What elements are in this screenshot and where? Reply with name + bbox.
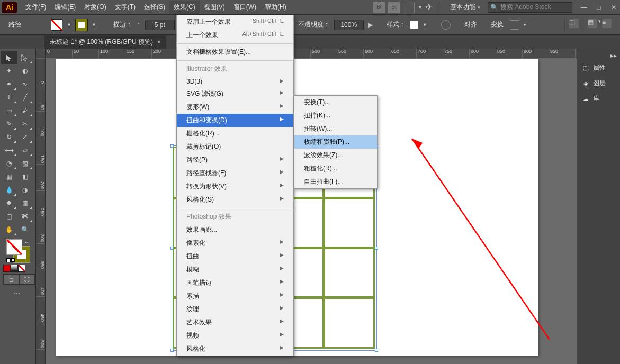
close-tab-icon[interactable]: ×	[157, 39, 161, 46]
blend-tool[interactable]: ◑	[17, 183, 33, 196]
free-transform-tool[interactable]: ▱	[17, 143, 33, 157]
menu-distort-ps[interactable]: 扭曲▶	[177, 250, 293, 263]
paintbrush-tool[interactable]: 🖌	[17, 104, 33, 117]
color-mode-solid[interactable]	[3, 265, 11, 272]
pen-tool[interactable]: ✒	[1, 77, 17, 90]
submenu-twist[interactable]: 扭转(W)...	[294, 122, 377, 135]
submenu-roughen[interactable]: 粗糙化(R)...	[294, 162, 377, 175]
menu-3d[interactable]: 3D(3)▶	[177, 76, 293, 87]
stroke-weight-field[interactable]: 5 pt	[145, 20, 175, 30]
scale-tool[interactable]: ⤢	[17, 130, 33, 143]
menu-view[interactable]: 视图(V)	[200, 1, 229, 14]
menu-apply-last-effect[interactable]: 应用上一个效果Shift+Ctrl+E	[177, 15, 293, 29]
slice-tool[interactable]: ✀	[17, 210, 33, 223]
opacity-field[interactable]: 100%	[334, 20, 364, 30]
width-tool[interactable]: ⟷	[1, 143, 17, 157]
search-input[interactable]: 🔍 搜索 Adobe Stock	[488, 2, 572, 13]
submenu-transform[interactable]: 变换(T)...	[294, 96, 377, 109]
collapse-dock-icon[interactable]: ▸▸	[577, 51, 620, 60]
rotate-tool[interactable]: ↻	[1, 130, 17, 143]
rectangle-tool[interactable]: ▭	[1, 104, 17, 117]
perspective-tool[interactable]: ▨	[17, 157, 33, 170]
menu-pathfinder[interactable]: 路径查找器(F)▶	[177, 167, 293, 180]
swap-fill-stroke-icon[interactable]: ↔	[24, 239, 30, 245]
panel-menu-icon[interactable]: ≡	[602, 19, 612, 28]
menu-select[interactable]: 选择(S)	[140, 1, 169, 14]
ruler-horizontal[interactable]: 0501001502002503003504004505005506006507…	[46, 49, 577, 58]
opacity-arrow-icon[interactable]: ▶	[368, 21, 373, 29]
menu-rasterize[interactable]: 栅格化(R)...	[177, 127, 293, 140]
eraser-tool[interactable]: ✂	[17, 117, 33, 130]
workspace-switcher[interactable]: 基本功能▾	[446, 2, 484, 13]
submenu-tweak[interactable]: 扭拧(K)...	[294, 109, 377, 122]
curvature-tool[interactable]: ∿	[17, 77, 33, 90]
artboard-tool[interactable]: ▢	[1, 210, 17, 223]
symbol-sprayer-tool[interactable]: ✱	[1, 196, 17, 210]
menu-edit[interactable]: 编辑(E)	[50, 1, 80, 14]
color-mode-gradient[interactable]	[11, 265, 18, 272]
transform-label[interactable]: 变换	[491, 20, 504, 29]
mesh-tool[interactable]: ▦	[1, 170, 17, 183]
menu-crop-marks[interactable]: 裁剪标记(O)	[177, 140, 293, 153]
selection-tool[interactable]	[1, 51, 17, 64]
menu-warp[interactable]: 变形(W)▶	[177, 101, 293, 114]
menu-svg-filters[interactable]: SVG 滤镜(G)▶	[177, 87, 293, 101]
submenu-zigzag[interactable]: 波纹效果(Z)...	[294, 149, 377, 162]
menu-pixelate[interactable]: 像素化▶	[177, 236, 293, 250]
maximize-button[interactable]: □	[595, 4, 603, 11]
stepper-down-icon[interactable]: ⌃	[137, 22, 141, 28]
menu-doc-raster-settings[interactable]: 文档栅格效果设置(E)...	[177, 46, 293, 59]
type-tool[interactable]: T	[1, 90, 17, 104]
menu-path[interactable]: 路径(P)▶	[177, 153, 293, 167]
properties-panel-tab[interactable]: ⬚ 属性	[577, 60, 620, 76]
gradient-tool[interactable]: ◧	[17, 170, 33, 183]
default-fill-stroke-icon[interactable]	[6, 258, 15, 262]
menu-type[interactable]: 文字(T)	[111, 1, 140, 14]
menu-effect-gallery[interactable]: 效果画廊...	[177, 223, 293, 236]
arrange-docs-icon[interactable]	[403, 2, 415, 13]
shape-builder-tool[interactable]: ◔	[1, 157, 17, 170]
menu-convert-shape[interactable]: 转换为形状(V)▶	[177, 180, 293, 193]
color-mode-none[interactable]	[18, 265, 25, 272]
screen-mode[interactable]: ⛶	[19, 274, 35, 285]
column-graph-tool[interactable]: ▥	[17, 196, 33, 210]
hand-tool[interactable]: ✋	[1, 223, 17, 236]
fill-color-indicator[interactable]	[6, 239, 22, 255]
menu-effect[interactable]: 效果(C)	[169, 1, 200, 14]
submenu-pucker-bloat[interactable]: 收缩和膨胀(P)...	[294, 135, 377, 149]
menu-stylize-ai[interactable]: 风格化(S)▶	[177, 193, 293, 206]
submenu-free-distort[interactable]: 自由扭曲(F)...	[294, 175, 377, 188]
menu-distort-transform[interactable]: 扭曲和变换(D)▶	[177, 114, 293, 127]
document-tab[interactable]: 未标题-1* @ 100% (RGB/GPU 预览) ×	[44, 35, 166, 49]
menu-object[interactable]: 对象(O)	[80, 1, 110, 14]
line-tool[interactable]: ╱	[17, 90, 33, 104]
menu-help[interactable]: 帮助(H)	[260, 1, 291, 14]
pencil-tool[interactable]: ✎	[1, 117, 17, 130]
chevron-down-icon[interactable]: ▼	[67, 22, 71, 28]
minimize-button[interactable]: —	[580, 4, 588, 11]
chevron-down-icon[interactable]: ▼	[423, 22, 427, 28]
bridge-icon[interactable]: Br	[373, 2, 385, 13]
recolor-icon[interactable]	[441, 20, 451, 30]
sync-icon[interactable]: ✈	[426, 2, 433, 12]
style-swatch[interactable]	[410, 21, 418, 29]
transform-icon[interactable]	[510, 20, 519, 30]
isolate-icon[interactable]: ⬚	[569, 19, 579, 28]
menu-texture[interactable]: 纹理▶	[177, 303, 293, 316]
menu-artistic[interactable]: 艺术效果▶	[177, 316, 293, 329]
menu-video[interactable]: 视频▶	[177, 329, 293, 342]
fill-stroke-indicator[interactable]: ↔	[6, 239, 30, 262]
ruler-origin[interactable]	[36, 49, 46, 58]
chevron-down-icon[interactable]: ▼	[92, 22, 96, 28]
magic-wand-tool[interactable]: ✦	[1, 64, 17, 77]
lasso-tool[interactable]: ◐	[17, 64, 33, 77]
stroke-swatch[interactable]	[76, 19, 87, 31]
eyedropper-tool[interactable]: 💧	[1, 183, 17, 196]
chevron-down-icon[interactable]: ▾	[598, 19, 601, 31]
chevron-down-icon[interactable]: ▾	[524, 22, 526, 28]
direct-selection-tool[interactable]	[17, 51, 33, 64]
menu-stylize-ps[interactable]: 风格化▶	[177, 342, 293, 356]
libraries-panel-tab[interactable]: ☁ 库	[577, 91, 620, 106]
menu-last-effect[interactable]: 上一个效果Alt+Shift+Ctrl+E	[177, 29, 293, 42]
stock-icon[interactable]: St	[388, 2, 400, 13]
